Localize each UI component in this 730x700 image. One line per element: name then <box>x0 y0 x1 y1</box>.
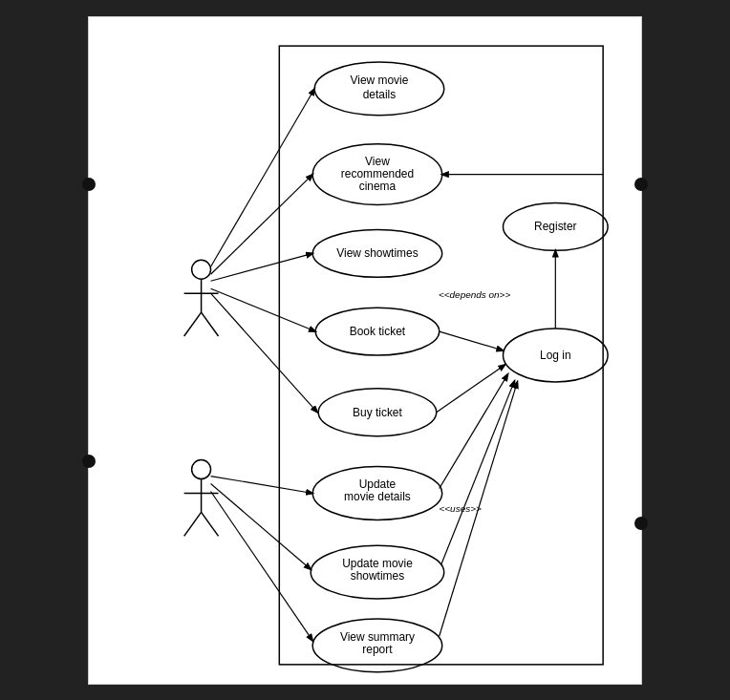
svg-line-48 <box>441 380 515 563</box>
svg-text:details: details <box>363 87 397 100</box>
svg-text:Book ticket: Book ticket <box>350 325 406 338</box>
svg-line-38 <box>211 174 313 274</box>
svg-line-41 <box>211 293 318 413</box>
svg-text:report: report <box>362 642 393 655</box>
svg-line-47 <box>440 373 508 488</box>
svg-text:Register: Register <box>534 220 576 233</box>
svg-line-37 <box>211 88 315 265</box>
svg-point-1 <box>192 260 211 279</box>
diagram-page: View movie details View recommended cine… <box>88 16 642 685</box>
svg-text:movie details: movie details <box>344 490 411 503</box>
svg-line-46 <box>437 364 505 412</box>
binder-hole-left-mid <box>82 455 96 468</box>
binder-hole-right-mid <box>634 517 648 530</box>
svg-line-45 <box>440 331 504 350</box>
svg-line-44 <box>211 491 313 640</box>
svg-text:Log in: Log in <box>540 348 571 361</box>
svg-line-9 <box>184 512 202 536</box>
svg-text:showtimes: showtimes <box>351 569 404 583</box>
svg-line-10 <box>202 512 219 536</box>
svg-text:<<uses>>: <<uses>> <box>440 503 482 514</box>
svg-line-40 <box>211 288 316 331</box>
svg-text:Buy ticket: Buy ticket <box>353 405 402 418</box>
svg-text:cinema: cinema <box>359 179 397 192</box>
svg-text:View showtimes: View showtimes <box>336 246 418 260</box>
svg-text:View movie: View movie <box>351 73 409 86</box>
svg-text:View: View <box>365 154 390 167</box>
binder-hole-left-top <box>82 178 96 191</box>
svg-line-43 <box>211 483 311 569</box>
svg-line-5 <box>202 312 219 336</box>
binder-hole-right-top <box>634 178 648 191</box>
svg-text:Update: Update <box>359 477 397 491</box>
svg-text:recommended: recommended <box>341 166 414 180</box>
svg-line-4 <box>184 312 202 336</box>
svg-text:Update movie: Update movie <box>342 557 413 570</box>
svg-text:View summary: View summary <box>340 629 415 643</box>
svg-text:<<depends on>>: <<depends on>> <box>439 289 510 300</box>
svg-point-6 <box>192 459 211 478</box>
svg-line-39 <box>211 253 313 281</box>
svg-line-42 <box>211 476 313 493</box>
